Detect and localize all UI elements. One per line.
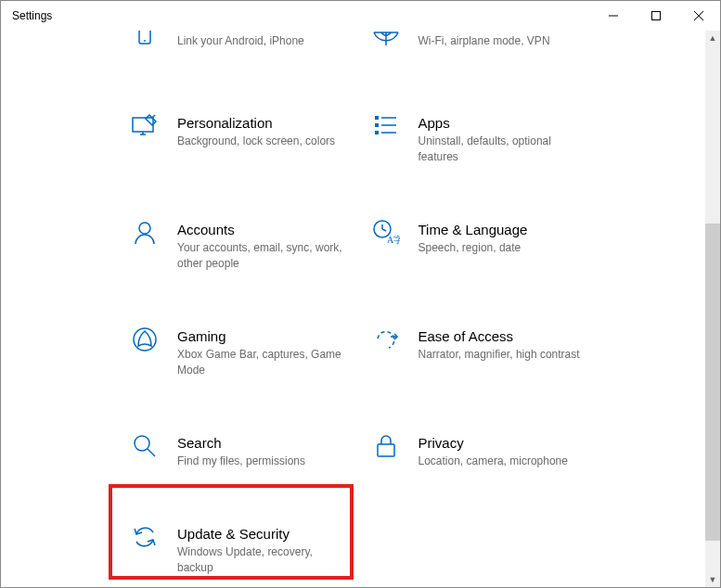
window-title: Settings	[12, 9, 52, 22]
scroll-thumb[interactable]	[705, 224, 720, 541]
item-desc: Your accounts, email, sync, work, other …	[177, 240, 344, 272]
item-desc: Speech, region, date	[418, 240, 528, 256]
settings-item-phone[interactable]: Link your Android, iPhone	[1, 31, 354, 58]
item-desc: Location, camera, microphone	[418, 454, 568, 469]
settings-item-network[interactable]: Wi-Fi, airplane mode, VPN	[354, 31, 706, 58]
time-language-icon: A字	[372, 219, 400, 247]
maximize-button[interactable]	[635, 1, 677, 31]
item-title: Time & Language	[418, 221, 528, 239]
settings-item-search[interactable]: Search Find my files, permissions	[1, 432, 354, 469]
item-title: Apps	[418, 114, 586, 133]
item-desc: Uninstall, defaults, optional features	[418, 134, 586, 165]
scroll-down-arrow[interactable]: ▼	[705, 572, 720, 587]
item-desc: Find my files, permissions	[177, 454, 305, 469]
settings-item-ease-of-access[interactable]: Ease of Access Narrator, magnifier, high…	[354, 326, 706, 378]
ease-of-access-icon	[372, 326, 400, 353]
svg-rect-27	[378, 444, 394, 456]
close-button[interactable]	[677, 1, 720, 31]
window-controls	[592, 1, 720, 31]
accounts-icon	[131, 219, 159, 247]
svg-rect-8	[133, 118, 153, 132]
settings-item-apps[interactable]: Apps Uninstall, defaults, optional featu…	[354, 112, 706, 165]
globe-icon	[372, 31, 400, 58]
item-title: Search	[177, 434, 305, 453]
personalization-icon	[131, 112, 159, 140]
search-icon	[131, 432, 159, 460]
settings-item-privacy[interactable]: Privacy Location, camera, microphone	[354, 432, 706, 469]
item-title: Accounts	[177, 221, 344, 239]
svg-point-5	[144, 40, 146, 42]
svg-text:A字: A字	[387, 235, 400, 245]
settings-item-accounts[interactable]: Accounts Your accounts, email, sync, wor…	[1, 219, 354, 272]
item-desc: Wi-Fi, airplane mode, VPN	[418, 33, 550, 49]
item-desc: Link your Android, iPhone	[177, 33, 304, 49]
item-desc: Background, lock screen, colors	[177, 134, 335, 149]
item-desc: Narrator, magnifier, high contrast	[418, 347, 580, 363]
item-title: Ease of Access	[418, 327, 580, 346]
settings-item-gaming[interactable]: Gaming Xbox Game Bar, captures, Game Mod…	[1, 326, 354, 378]
svg-rect-12	[375, 116, 379, 120]
vertical-scrollbar[interactable]: ▲ ▼	[705, 31, 720, 587]
item-title: Gaming	[177, 327, 344, 346]
svg-rect-1	[652, 12, 661, 20]
phone-icon	[131, 31, 159, 58]
scroll-up-arrow[interactable]: ▲	[705, 31, 720, 45]
svg-point-25	[135, 436, 149, 451]
svg-rect-4	[139, 31, 150, 44]
settings-item-update-security[interactable]: Update & Security Windows Update, recove…	[1, 523, 354, 576]
privacy-icon	[372, 432, 400, 460]
svg-rect-14	[375, 123, 379, 127]
settings-item-time-language[interactable]: A字 Time & Language Speech, region, date	[354, 219, 706, 272]
item-title: Personalization	[177, 114, 335, 133]
update-security-icon	[131, 523, 159, 551]
item-title: Privacy	[418, 434, 568, 453]
settings-item-personalization[interactable]: Personalization Background, lock screen,…	[1, 112, 354, 165]
gaming-icon	[131, 326, 159, 353]
svg-line-11	[152, 115, 155, 118]
item-desc: Windows Update, recovery, backup	[177, 544, 344, 576]
item-title: Update & Security	[177, 525, 344, 543]
svg-line-21	[382, 229, 386, 231]
settings-content: Link your Android, iPhone Wi-Fi, airplan…	[1, 31, 705, 587]
svg-point-18	[139, 223, 150, 234]
apps-icon	[372, 112, 400, 140]
svg-rect-16	[375, 131, 379, 134]
minimize-button[interactable]	[592, 1, 635, 31]
item-desc: Xbox Game Bar, captures, Game Mode	[177, 347, 344, 378]
svg-line-26	[148, 449, 155, 456]
